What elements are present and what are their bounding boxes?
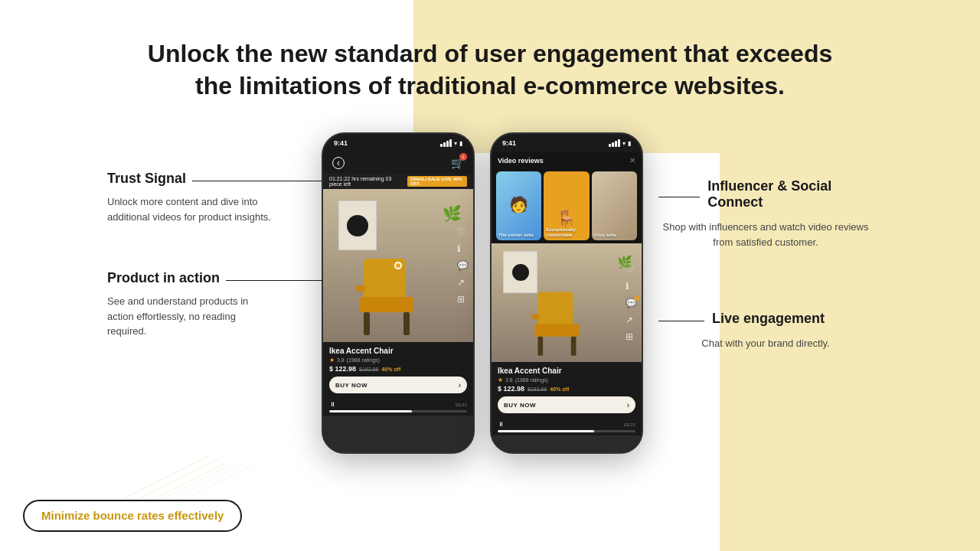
wifi-icon: ▾ [454,140,457,147]
battery-icon: ▮ [459,140,462,147]
chat-icon-2[interactable]: 💬 [626,298,637,308]
signal-icon [440,139,452,147]
info-icon[interactable]: ℹ [457,243,469,254]
svg-rect-9 [531,315,539,320]
annotation-live: Live engagement Chat with your brand dir… [658,311,873,351]
video-thumb-1[interactable]: 🧑 The corner sofa. [496,171,541,240]
back-button[interactable] [332,157,345,169]
svg-rect-3 [403,312,410,335]
progress-bar-1 [329,410,467,412]
sale-badge: DIWALI SALE LIVE 40% OFF [407,176,467,187]
svg-rect-5 [538,292,573,328]
buy-now-button-1[interactable]: BUY NOW › [329,377,467,393]
phone-1-product-image: 🌿 [323,189,473,342]
svg-rect-2 [364,312,370,335]
play-icon[interactable]: ⏸ [329,401,335,408]
video-label-2: Exceptionally comfortable [546,227,586,238]
signal-icon-2 [609,139,620,147]
info-icon-2[interactable]: ℹ [626,281,637,292]
page-title: Unlock the new standard of user engageme… [145,38,835,102]
timer-text: 01:21:22 hrs remaining 03 piece left [329,176,403,187]
influencer-line [658,197,700,197]
svg-line-10 [119,455,211,501]
right-annotations: Influencer & Social Connect Shop with in… [643,125,873,412]
arrow-icon-1: › [459,381,461,390]
art-circle [347,215,368,236]
close-icon[interactable]: ✕ [629,156,635,165]
main-content: Trust Signal Unlock more content and div… [0,125,980,454]
phone-2: 9:41 ▾ ▮ [490,132,643,454]
arrow-icon-2: › [627,401,629,409]
heart-icon[interactable]: ♡ [457,227,469,237]
chair-icon: 🪑 [556,209,577,229]
rating-count-2: (1988 ratings) [515,377,548,383]
progress-time-1: 03:21 [456,403,467,407]
trust-signal-title-row: Trust Signal [107,171,322,191]
influencer-title: Influencer & Social Connect [707,178,873,210]
share-icon-2[interactable]: ↗ [626,315,637,325]
add-icon-2[interactable]: ⊞ [626,331,637,342]
side-icons-2: ♡ ℹ 💬 ↗ ⊞ [626,264,637,342]
product-price-1: $ 122.98 $182.98 40% off [329,365,467,373]
progress-bar-2 [498,430,635,432]
star-icon: ★ [329,357,335,364]
bottom-badge: Minimize bounce rates effectively [23,500,242,532]
chat-badge [634,295,639,301]
phone-2-status-bar: 9:41 ▾ ▮ [492,134,642,152]
product-dot [394,262,402,269]
progress-controls: ⏸ 03:21 [329,401,467,408]
video-reviews-title: Video reviews [498,157,544,165]
price-current-1: $ 122.98 [329,365,356,373]
product-action-title-row: Product in action [107,270,322,291]
phone-1-progress: ⏸ 03:21 [323,398,473,416]
rating-value-1: 3.8 [337,357,345,363]
person-icon: 🧑 [509,195,528,214]
live-title-row: Live engagement [658,311,873,331]
product-rating-2: ★ 3.8 (1988 ratings) [498,377,635,383]
rating-value-2: 3.8 [505,377,513,383]
product-action-title: Product in action [107,270,220,286]
svg-line-11 [126,459,218,505]
chat-icon[interactable]: 💬 [457,260,469,271]
trust-signal-text: Unlock more content and dive into additi… [107,194,276,224]
cart-button[interactable]: 🛒 2 [451,156,464,170]
phone-2-time: 9:41 [502,139,516,147]
chair-2 [528,282,605,362]
video-thumb-3[interactable]: Cozy sofa. [592,171,637,240]
buy-now-button-2[interactable]: BUY NOW › [498,396,635,413]
live-line [658,321,704,321]
product-action-line [226,280,322,281]
video-grid: 🧑 The corner sofa. 🪑 Exceptionally comfo… [492,168,642,243]
progress-time-2: 03:21 [624,422,635,427]
progress-fill-1 [329,410,412,412]
phone-1-screen: 9:41 ▾ ▮ [323,134,473,452]
video-label-1: The corner sofa. [498,233,539,238]
video-thumb-2[interactable]: 🪑 Exceptionally comfortable [544,171,589,240]
phone-2-screen: 9:41 ▾ ▮ [492,134,642,452]
rating-count-1: (1988 ratings) [347,357,380,363]
phone-2-status-icons: ▾ ▮ [609,139,631,147]
side-icons: ♡ ℹ 💬 ↗ ⊞ [457,227,469,305]
annotation-product-action: Product in action See and understand pro… [107,270,322,339]
phone-1-timer-bar: 01:21:22 hrs remaining 03 piece left DIW… [323,174,473,189]
phone-1: 9:41 ▾ ▮ [322,132,475,454]
live-text: Chat with your brand directly. [658,336,873,351]
share-icon[interactable]: ↗ [457,277,469,288]
phone-1-nav: 🛒 2 [323,152,473,174]
add-icon[interactable]: ⊞ [457,294,469,305]
trust-signal-line [192,181,322,181]
video-reviews-header: Video reviews ✕ [492,152,642,168]
progress-fill-2 [498,430,594,432]
phone-1-status-bar: 9:41 ▾ ▮ [323,134,473,152]
phone-1-product-info: Ikea Accent Chair ★ 3.8 (1988 ratings) $… [323,342,473,398]
discount-1: 40% off [381,367,400,372]
plant-decoration: 🌿 [443,204,462,223]
play-icon-2[interactable]: ⏸ [498,421,504,428]
progress-controls-2: ⏸ 03:21 [498,421,635,428]
phones-area: 9:41 ▾ ▮ [322,125,643,454]
product-rating-1: ★ 3.8 (1988 ratings) [329,357,467,364]
phone-2-progress: ⏸ 03:21 [492,418,642,435]
heart-icon-2[interactable]: ♡ [626,264,637,275]
video-label-3: Cozy sofa. [594,233,635,238]
art-circle-2 [512,264,529,281]
